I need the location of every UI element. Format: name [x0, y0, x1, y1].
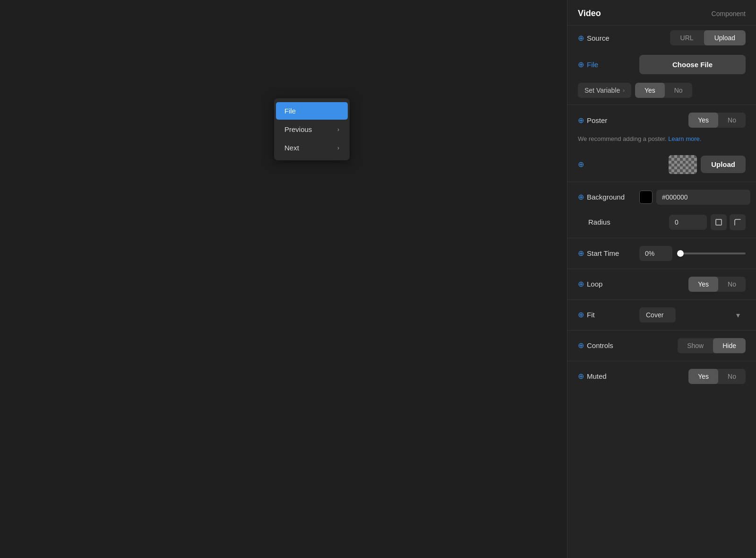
dropdown-item-previous[interactable]: Previous ›: [276, 121, 348, 138]
fit-label: Fit: [587, 311, 595, 319]
loop-controls: Yes No: [639, 277, 746, 292]
background-plus-icon[interactable]: ⊕: [578, 192, 584, 201]
controls-label: Controls: [587, 341, 613, 349]
file-plus-icon[interactable]: ⊕: [578, 60, 584, 69]
panel-subtitle: Component: [712, 10, 746, 17]
panel-title: Video: [578, 9, 601, 18]
muted-row: ⊕ Muted Yes No: [567, 364, 756, 389]
background-label: Background: [587, 193, 625, 201]
loop-plus-icon[interactable]: ⊕: [578, 279, 584, 288]
radius-label: Radius: [578, 218, 610, 226]
loop-toggle: Yes No: [688, 277, 746, 292]
divider-6: [567, 330, 756, 331]
set-variable-button[interactable]: Set Variable ›: [578, 83, 631, 98]
poster-learn-more-link[interactable]: Learn more.: [668, 135, 701, 142]
fit-controls: CoverContainFillNone: [639, 307, 746, 323]
divider-3: [567, 238, 756, 238]
source-controls: URL Upload: [639, 30, 746, 45]
divider-5: [567, 299, 756, 300]
muted-controls: Yes No: [639, 369, 746, 384]
set-variable-toggle: Yes No: [635, 83, 692, 98]
chevron-right-icon: ›: [623, 87, 625, 93]
poster-upload-controls: Upload: [639, 155, 746, 174]
controls-row: ⊕ Controls Show Hide: [567, 333, 756, 358]
muted-yes-button[interactable]: Yes: [688, 369, 718, 384]
source-label: Source: [587, 34, 610, 42]
chevron-right-icon: ›: [337, 126, 339, 133]
poster-row: ⊕ Poster Yes No: [567, 108, 756, 132]
source-toggle: URL Upload: [670, 30, 746, 45]
file-label: File: [587, 61, 598, 69]
background-color-swatch[interactable]: [639, 191, 653, 204]
start-time-row: ⊕ Start Time: [567, 241, 756, 266]
source-url-button[interactable]: URL: [670, 30, 704, 45]
background-controls: [639, 190, 750, 205]
dropdown-item-previous-label: Previous: [284, 125, 312, 133]
set-variable-no-button[interactable]: No: [665, 83, 692, 98]
divider-2: [567, 182, 756, 182]
poster-info-text: We recommend adding a poster.: [578, 135, 667, 142]
poster-toggle: Yes No: [688, 113, 746, 128]
set-variable-label: Set Variable: [584, 87, 620, 94]
muted-toggle: Yes No: [688, 369, 746, 384]
svg-rect-0: [716, 219, 722, 225]
radius-controls: [639, 214, 746, 230]
fit-select-wrapper: CoverContainFillNone: [639, 307, 746, 323]
background-row: ⊕ Background: [567, 185, 756, 209]
canvas-area: File Previous › Next ›: [0, 0, 567, 558]
background-color-input[interactable]: [656, 190, 750, 205]
controls-show-button[interactable]: Show: [678, 338, 713, 353]
poster-upload-row: ⊕ Upload: [567, 150, 756, 179]
source-label-group: ⊕ Source: [578, 34, 635, 43]
loop-no-button[interactable]: No: [718, 277, 746, 292]
radius-corner-icon-button[interactable]: [730, 214, 746, 230]
controls-toggle: Show Hide: [678, 338, 746, 353]
loop-yes-button[interactable]: Yes: [688, 277, 718, 292]
poster-plus-icon[interactable]: ⊕: [578, 116, 584, 125]
right-panel: Video Component ⊕ Source URL Upload ⊕ Fi…: [567, 0, 756, 558]
fit-row: ⊕ Fit CoverContainFillNone: [567, 303, 756, 327]
set-variable-yes-button[interactable]: Yes: [635, 83, 665, 98]
radius-row: Radius: [567, 209, 756, 235]
controls-plus-icon[interactable]: ⊕: [578, 341, 584, 350]
start-time-plus-icon[interactable]: ⊕: [578, 249, 584, 258]
file-controls: Choose File: [639, 55, 746, 74]
divider-1: [567, 105, 756, 105]
source-row: ⊕ Source URL Upload: [567, 26, 756, 50]
poster-label: Poster: [587, 116, 607, 124]
poster-yes-button[interactable]: Yes: [688, 113, 718, 128]
start-time-input[interactable]: [639, 246, 672, 261]
controls-label-group: ⊕ Controls: [578, 341, 635, 350]
file-row: ⊕ File Choose File: [567, 50, 756, 79]
loop-label: Loop: [587, 280, 602, 288]
radius-label-group: Radius: [578, 218, 635, 226]
radius-square-icon-button[interactable]: [711, 214, 727, 230]
start-time-slider-track[interactable]: [677, 253, 746, 254]
source-plus-icon[interactable]: ⊕: [578, 34, 584, 43]
controls-controls: Show Hide: [639, 338, 746, 353]
fit-plus-icon[interactable]: ⊕: [578, 310, 584, 319]
background-label-group: ⊕ Background: [578, 192, 635, 201]
fit-label-group: ⊕ Fit: [578, 310, 635, 319]
poster-controls: Yes No: [639, 113, 746, 128]
poster-upload-plus-icon[interactable]: ⊕: [578, 160, 584, 169]
poster-checkerboard-preview: [669, 155, 697, 174]
fit-select[interactable]: CoverContainFillNone: [639, 307, 676, 323]
poster-upload-button[interactable]: Upload: [701, 156, 746, 173]
choose-file-button[interactable]: Choose File: [639, 55, 746, 74]
radius-input[interactable]: [669, 215, 707, 230]
loop-row: ⊕ Loop Yes No: [567, 272, 756, 296]
muted-label: Muted: [587, 372, 607, 380]
muted-plus-icon[interactable]: ⊕: [578, 372, 584, 381]
dropdown-item-next[interactable]: Next ›: [276, 139, 348, 157]
poster-no-button[interactable]: No: [718, 113, 746, 128]
source-upload-button[interactable]: Upload: [704, 30, 746, 45]
muted-no-button[interactable]: No: [718, 369, 746, 384]
panel-header: Video Component: [567, 0, 756, 26]
poster-info: We recommend adding a poster. Learn more…: [567, 132, 756, 150]
dropdown-item-next-label: Next: [284, 144, 299, 152]
start-time-slider-thumb[interactable]: [677, 250, 684, 257]
radius-icons: [711, 214, 746, 230]
controls-hide-button[interactable]: Hide: [713, 338, 746, 353]
dropdown-item-file[interactable]: File: [276, 102, 348, 120]
